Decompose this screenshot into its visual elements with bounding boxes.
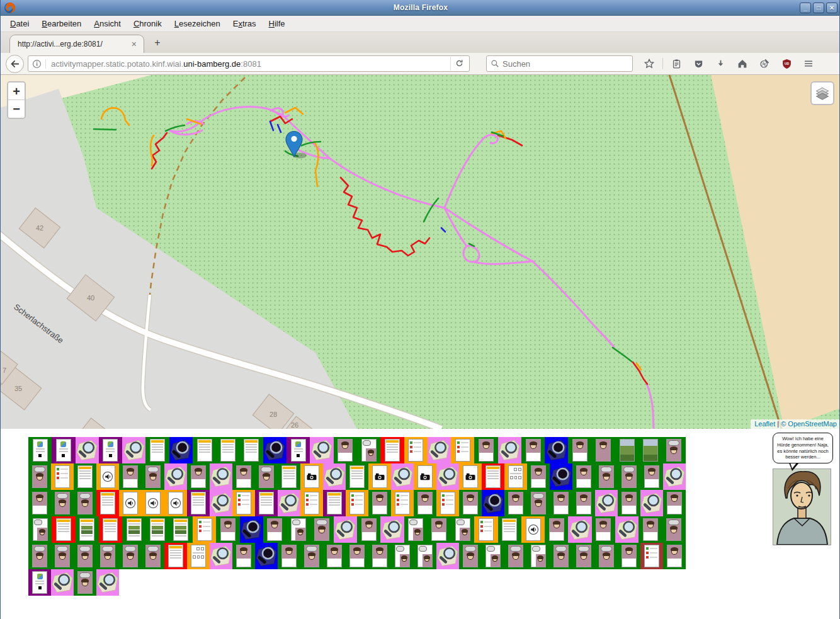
timeline-tile-photo[interactable] bbox=[615, 437, 639, 463]
menu-item-bearbeiten[interactable]: Bearbeiten bbox=[36, 16, 87, 31]
menu-item-extras[interactable]: Extras bbox=[227, 16, 262, 31]
url-text[interactable]: activitymapper.static.potato.kinf.wiai.u… bbox=[46, 59, 450, 69]
downloads-icon[interactable] bbox=[712, 55, 729, 72]
timeline-tile-avatar-thought[interactable] bbox=[618, 463, 640, 490]
timeline-tile-checklist[interactable] bbox=[232, 490, 255, 516]
timeline-tile-document[interactable] bbox=[52, 516, 75, 543]
timeline-tile-avatar[interactable] bbox=[232, 543, 255, 569]
timeline-tile-avatar-thought[interactable] bbox=[74, 569, 96, 596]
timeline-tile-osm-logo[interactable] bbox=[663, 463, 686, 490]
timeline-tile-avatar[interactable] bbox=[527, 463, 550, 490]
zoom-in-button[interactable]: + bbox=[8, 82, 25, 100]
timeline-tile-osm-logo[interactable] bbox=[568, 516, 591, 543]
timeline-tile-osm-logo[interactable] bbox=[210, 543, 232, 569]
timeline-tile-avatar-thought[interactable] bbox=[662, 516, 686, 543]
pocket-icon[interactable] bbox=[690, 55, 707, 72]
timeline-tile-avatar[interactable] bbox=[368, 543, 391, 569]
timeline-tile-speaker[interactable] bbox=[521, 516, 545, 543]
timeline-tile-avatar-speech[interactable] bbox=[391, 543, 414, 569]
url-bar[interactable]: activitymapper.static.potato.kinf.wiai.u… bbox=[28, 55, 470, 72]
timeline-tile-avatar[interactable] bbox=[618, 543, 640, 569]
menu-item-chronik[interactable]: Chronik bbox=[128, 16, 167, 31]
timeline-tile-document[interactable] bbox=[380, 437, 404, 463]
timeline-tile-document[interactable] bbox=[498, 516, 521, 543]
timeline-tile-speaker[interactable] bbox=[96, 463, 119, 490]
timeline-tile-form[interactable] bbox=[187, 543, 210, 569]
timeline-tile-osm-logo[interactable] bbox=[51, 569, 74, 596]
timeline-tile-avatar[interactable] bbox=[428, 516, 451, 543]
timeline-tile-avatar[interactable] bbox=[323, 543, 346, 569]
timeline-tile-app-screenshot[interactable] bbox=[287, 437, 310, 463]
search-input[interactable] bbox=[502, 59, 628, 69]
timeline-tile-speaker[interactable] bbox=[164, 490, 187, 516]
timeline-tile-osm-logo-dark[interactable] bbox=[240, 516, 263, 543]
timeline-tile-document[interactable] bbox=[482, 463, 504, 490]
timeline-tile-avatar-thought[interactable] bbox=[595, 463, 618, 490]
timeline-tile-osm-logo[interactable] bbox=[640, 490, 663, 516]
adblock-shield-icon[interactable]: UD bbox=[778, 55, 795, 72]
timeline-tile-osm-logo[interactable] bbox=[323, 463, 346, 490]
timeline-tile-document[interactable] bbox=[346, 463, 368, 490]
timeline-tile-avatar-thought[interactable] bbox=[142, 463, 164, 490]
timeline-tile-avatar[interactable] bbox=[414, 490, 436, 516]
timeline-tile-avatar-thought[interactable] bbox=[572, 543, 595, 569]
menu-item-ansicht[interactable]: Ansicht bbox=[88, 16, 127, 31]
timeline-tile-osm-logo[interactable] bbox=[96, 569, 119, 596]
timeline-tile-document[interactable] bbox=[164, 543, 187, 569]
timeline-tile-avatar-thought[interactable] bbox=[119, 543, 142, 569]
timeline-tile-avatar[interactable] bbox=[663, 543, 686, 569]
timeline-tile-osm-logo[interactable] bbox=[334, 516, 357, 543]
timeline-tile-osm-logo[interactable] bbox=[595, 490, 618, 516]
timeline-tile-osm-logo-dark[interactable] bbox=[169, 437, 193, 463]
timeline-tile-speaker[interactable] bbox=[142, 490, 164, 516]
timeline-tile-osm-logo[interactable] bbox=[122, 437, 145, 463]
timeline-tile-avatar-thought[interactable] bbox=[504, 543, 527, 569]
reload-button[interactable] bbox=[450, 57, 467, 71]
timeline-tile-osm-logo[interactable] bbox=[380, 516, 404, 543]
timeline-tile-avatar[interactable] bbox=[346, 543, 368, 569]
timeline-tile-osm-logo[interactable] bbox=[310, 437, 333, 463]
timeline-tile-checklist[interactable] bbox=[51, 463, 74, 490]
timeline-tile-checklist[interactable] bbox=[391, 490, 414, 516]
timeline-tile-avatar-thought[interactable] bbox=[28, 543, 51, 569]
timeline-tile-document[interactable] bbox=[187, 490, 210, 516]
timeline-tile-osm-logo[interactable] bbox=[428, 437, 451, 463]
timeline-tile-avatar-thought[interactable] bbox=[595, 543, 618, 569]
sketch-globe-icon[interactable] bbox=[756, 55, 773, 72]
bookmark-star-icon[interactable] bbox=[640, 55, 658, 72]
leaflet-link[interactable]: Leaflet bbox=[754, 420, 775, 428]
timeline-tile-avatar-thought[interactable] bbox=[51, 490, 74, 516]
timeline-tile-avatar[interactable] bbox=[357, 516, 380, 543]
timeline-tile-osm-logo[interactable] bbox=[436, 463, 459, 490]
timeline-tile-avatar-thought[interactable] bbox=[527, 490, 550, 516]
timeline-tile-form[interactable] bbox=[504, 463, 527, 490]
timeline-tile-osm-logo[interactable] bbox=[278, 490, 300, 516]
timeline-tile-photo[interactable] bbox=[639, 437, 662, 463]
timeline-tile-document[interactable] bbox=[99, 516, 122, 543]
minimize-button[interactable]: _ bbox=[800, 3, 811, 13]
window-title-bar[interactable]: Mozilla Firefox _□✕ bbox=[1, 0, 840, 16]
timeline-tile-osm-logo-dark[interactable] bbox=[482, 490, 504, 516]
timeline-tile-osm-logo-dark[interactable] bbox=[263, 437, 287, 463]
timeline-tile-app-screenshot[interactable] bbox=[28, 437, 52, 463]
back-button[interactable] bbox=[6, 55, 24, 73]
timeline-tile-avatar[interactable] bbox=[187, 463, 210, 490]
timeline-tile-avatar[interactable] bbox=[663, 490, 686, 516]
timeline-tile-document[interactable] bbox=[74, 463, 96, 490]
zoom-out-button[interactable]: − bbox=[8, 100, 25, 118]
timeline-tile-document-photos[interactable] bbox=[169, 516, 193, 543]
timeline-tile-document-photos[interactable] bbox=[145, 516, 169, 543]
timeline-tile-avatar[interactable] bbox=[592, 516, 615, 543]
timeline-tile-checklist[interactable] bbox=[640, 543, 663, 569]
timeline-tile-osm-logo[interactable] bbox=[615, 516, 639, 543]
home-icon[interactable] bbox=[734, 55, 751, 72]
timeline-tile-checklist[interactable] bbox=[474, 516, 497, 543]
timeline-tile-avatar-speech[interactable] bbox=[357, 437, 380, 463]
timeline-tile-osm-logo[interactable] bbox=[391, 463, 414, 490]
menu-item-hilfe[interactable]: Hilfe bbox=[263, 16, 291, 31]
timeline-tile-avatar-thought[interactable] bbox=[142, 543, 164, 569]
menu-item-lesezeichen[interactable]: Lesezeichen bbox=[169, 16, 226, 31]
timeline-tile-avatar[interactable] bbox=[504, 490, 527, 516]
timeline-tile-avatar[interactable] bbox=[119, 463, 142, 490]
timeline-tile-avatar[interactable] bbox=[545, 516, 568, 543]
